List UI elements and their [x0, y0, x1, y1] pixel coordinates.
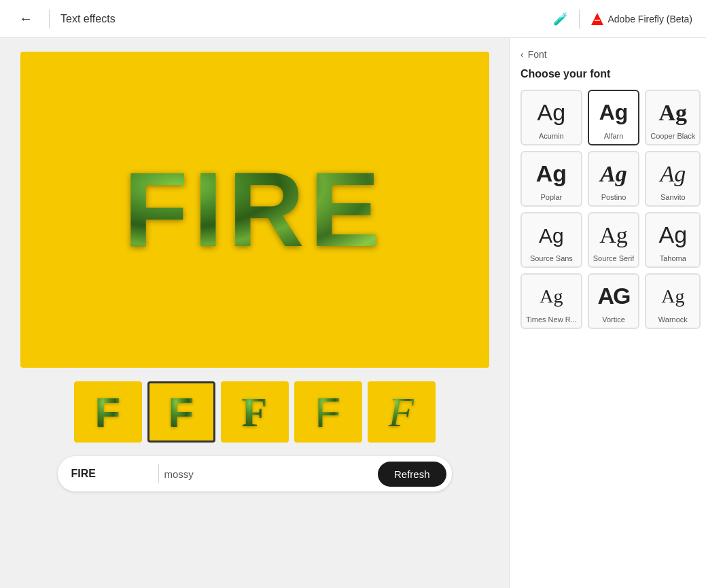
- font-back-label: Font: [528, 49, 547, 60]
- font-card-cooper[interactable]: Ag Cooper Black: [645, 90, 701, 145]
- svg-rect-1: [595, 20, 600, 21]
- left-panel: FIRE F F F F F Refresh: [0, 38, 509, 588]
- back-button[interactable]: ←: [14, 8, 38, 29]
- svg-marker-0: [591, 13, 603, 25]
- thumbnail-strip: F F F F F: [74, 381, 436, 443]
- thumbnail-3[interactable]: F: [221, 381, 289, 443]
- font-card-alfarn[interactable]: Ag Alfarn: [588, 90, 640, 145]
- header-divider: [49, 10, 50, 29]
- font-name-vortice: Vortice: [602, 315, 625, 324]
- font-preview-source-serif: Ag: [599, 219, 628, 252]
- font-card-vortice[interactable]: AG Vortice: [588, 273, 640, 329]
- font-panel: ‹ Font Choose your font Ag Acumin Ag Alf…: [509, 38, 706, 588]
- font-card-source-serif[interactable]: Ag Source Serif: [588, 212, 640, 268]
- font-preview-warnock: Ag: [661, 280, 684, 313]
- choose-font-title: Choose your font: [520, 68, 695, 80]
- lab-icon: 🧪: [553, 12, 568, 27]
- font-card-sanvito[interactable]: Ag Sanvito: [645, 151, 701, 207]
- font-card-warnock[interactable]: Ag Warnock: [645, 273, 701, 329]
- refresh-button[interactable]: Refresh: [378, 462, 446, 487]
- search-bar-divider: [158, 464, 159, 483]
- font-card-source-sans[interactable]: Ag Source Sans: [520, 212, 582, 268]
- text-input[interactable]: [71, 468, 153, 480]
- font-card-times[interactable]: Ag Times New R...: [520, 273, 582, 329]
- font-preview-sanvito: Ag: [660, 158, 686, 190]
- main-content: FIRE F F F F F Refresh: [0, 38, 706, 588]
- font-name-sanvito: Sanvito: [660, 193, 686, 201]
- font-name-times: Times New R...: [526, 315, 577, 324]
- font-name-postino: Postino: [601, 193, 626, 201]
- thumbnail-4[interactable]: F: [294, 381, 362, 443]
- adobe-logo-icon: [590, 12, 604, 26]
- font-name-source-sans: Source Sans: [530, 254, 573, 262]
- back-arrow-icon: ‹: [520, 49, 524, 60]
- thumb-letter-4: F: [315, 388, 341, 436]
- font-preview-postino: Ag: [600, 158, 627, 190]
- font-card-poplar[interactable]: Ag Poplar: [520, 151, 582, 207]
- font-name-alfarn: Alfarn: [604, 132, 624, 140]
- font-preview-poplar: Ag: [536, 158, 567, 190]
- font-name-tahoma: Tahoma: [660, 254, 686, 262]
- adobe-firefly-brand: Adobe Firefly (Beta): [590, 12, 693, 26]
- main-image-canvas: FIRE: [20, 52, 489, 368]
- search-bar: Refresh: [58, 456, 452, 491]
- font-card-postino[interactable]: Ag Postino: [588, 151, 640, 207]
- font-card-acumin[interactable]: Ag Acumin: [520, 90, 582, 145]
- main-fire-text: FIRE: [124, 150, 385, 271]
- thumbnail-5[interactable]: F: [368, 381, 436, 443]
- style-input[interactable]: [164, 468, 372, 480]
- header-right: 🧪 Adobe Firefly (Beta): [553, 10, 693, 29]
- thumbnail-1[interactable]: F: [74, 381, 142, 443]
- font-name-acumin: Acumin: [539, 132, 564, 140]
- thumb-letter-3: F: [242, 388, 268, 436]
- font-preview-acumin: Ag: [537, 97, 566, 129]
- thumbnail-2[interactable]: F: [147, 381, 215, 443]
- thumb-letter-5: F: [389, 388, 414, 436]
- font-preview-source-sans: Ag: [539, 219, 564, 252]
- font-preview-alfarn: Ag: [599, 97, 629, 129]
- header-divider-2: [579, 10, 580, 29]
- font-back-button[interactable]: ‹ Font: [520, 49, 695, 60]
- font-grid: Ag Acumin Ag Alfarn Ag Cooper Black Ag P…: [520, 90, 695, 329]
- font-name-source-serif: Source Serif: [593, 254, 635, 262]
- font-preview-vortice: AG: [598, 280, 630, 313]
- thumb-letter-2: F: [169, 388, 194, 436]
- page-title: Text effects: [60, 13, 116, 25]
- adobe-brand-label: Adobe Firefly (Beta): [608, 14, 693, 24]
- font-card-tahoma[interactable]: Ag Tahoma: [645, 212, 701, 268]
- font-preview-cooper: Ag: [659, 97, 688, 129]
- font-name-cooper: Cooper Black: [650, 132, 695, 140]
- font-preview-times: Ag: [540, 280, 563, 313]
- font-name-poplar: Poplar: [540, 193, 562, 201]
- thumb-letter-1: F: [95, 388, 121, 436]
- font-name-warnock: Warnock: [658, 315, 688, 324]
- app-header: ← Text effects 🧪 Adobe Firefly (Beta): [0, 0, 706, 38]
- font-preview-tahoma: Ag: [659, 219, 688, 252]
